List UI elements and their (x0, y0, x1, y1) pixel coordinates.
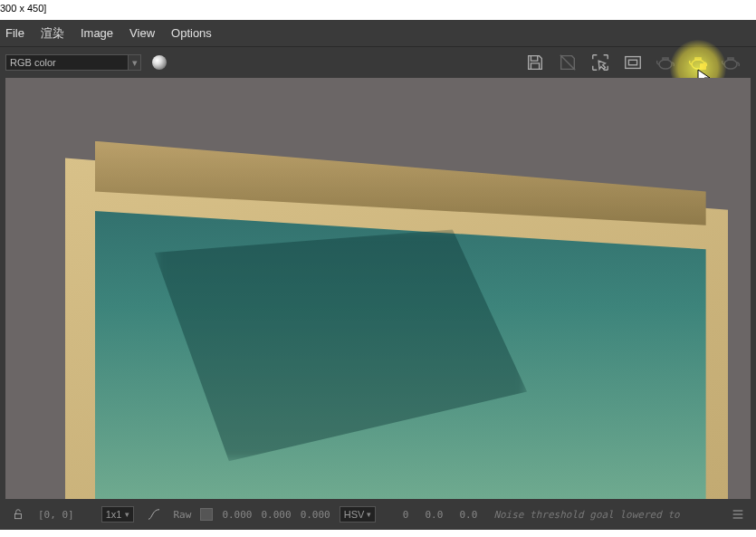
frame-icon[interactable] (622, 52, 644, 73)
chevron-down-icon: ▾ (125, 510, 129, 519)
svg-rect-0 (626, 57, 641, 69)
rgb-r: 0.000 (222, 509, 252, 521)
pixel-coords: [0, 0] (38, 509, 74, 521)
raw-label: Raw (174, 509, 192, 521)
statusbar: [0, 0] 1x1 ▾ Raw 0.000 0.000 0.000 HSV ▾… (0, 499, 756, 530)
menu-file[interactable]: File (5, 26, 24, 40)
menu-options[interactable]: Options (171, 26, 212, 40)
render-viewport[interactable] (5, 78, 751, 499)
svg-point-2 (659, 60, 672, 69)
teapot-render-icon[interactable] (655, 52, 676, 73)
menubar: File 渲染 Image View Options (0, 20, 756, 47)
chevron-down-icon: ▾ (367, 510, 371, 519)
colorspace-select[interactable]: HSV ▾ (340, 506, 377, 523)
lock-icon[interactable] (7, 503, 29, 525)
hsv-s: 0.0 (417, 509, 443, 521)
toolbar: RGB color ▾ (0, 47, 756, 78)
menu-image[interactable]: Image (81, 26, 113, 40)
tool-icons (524, 52, 751, 73)
zoom-label: 1x1 (106, 509, 122, 520)
channel-select[interactable]: RGB color ▾ (5, 54, 141, 71)
teapot-render-alt-icon[interactable] (720, 52, 742, 73)
colorspace-label: HSV (344, 509, 365, 520)
window-title: 300 x 450] (0, 0, 756, 20)
hsv-h: 0 (390, 509, 408, 521)
app-frame: File 渲染 Image View Options RGB color ▾ (0, 20, 756, 530)
svg-rect-1 (628, 60, 636, 65)
rgb-g: 0.000 (262, 509, 292, 521)
region-select-icon[interactable] (589, 52, 611, 73)
svg-rect-6 (15, 513, 22, 518)
menu-view[interactable]: View (129, 26, 155, 40)
save-disabled-icon (557, 52, 579, 73)
menu-icon[interactable] (727, 503, 749, 525)
hsv-v: 0.0 (452, 509, 477, 521)
curve-icon[interactable] (143, 503, 165, 525)
svg-point-5 (724, 60, 737, 69)
rendered-image (5, 78, 751, 499)
rgb-b: 0.000 (301, 509, 330, 521)
color-swatch[interactable] (200, 508, 213, 521)
status-message: Noise threshold goal lowered to (493, 509, 679, 521)
sphere-preview-icon[interactable] (152, 55, 167, 70)
save-icon[interactable] (524, 52, 546, 73)
chevron-down-icon: ▾ (128, 55, 140, 70)
channel-select-label: RGB color (10, 57, 56, 68)
menu-render[interactable]: 渲染 (41, 25, 64, 42)
zoom-select[interactable]: 1x1 ▾ (101, 506, 134, 523)
